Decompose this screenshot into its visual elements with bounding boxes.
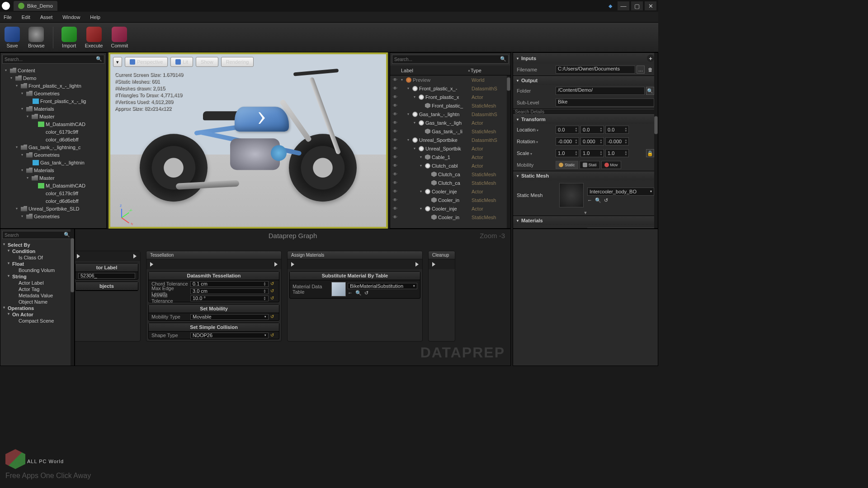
selectby-item[interactable]: ▾String xyxy=(0,273,74,280)
selectby-search-input[interactable] xyxy=(5,233,64,238)
outliner-type-col[interactable]: Type xyxy=(471,68,507,73)
transform-input[interactable]: 0.0▲▼ xyxy=(556,126,579,134)
outliner-row[interactable]: 👁Clutch_caStaticMesh xyxy=(399,170,510,178)
selectby-item[interactable]: ▾Condition xyxy=(0,248,74,254)
tree-item[interactable]: ▾Demo xyxy=(0,74,106,82)
tree-item[interactable]: M_DatasmithCAD xyxy=(0,120,106,128)
tree-item[interactable]: color_6179c9ff xyxy=(0,189,106,197)
transform-input[interactable]: -0.000▲▼ xyxy=(556,137,579,145)
transform-input[interactable]: 0.0▲▼ xyxy=(580,126,604,134)
outliner-row[interactable]: 👁▾Cooler_injeActor xyxy=(399,187,510,196)
graph-node-cleanup[interactable]: Cleanup xyxy=(428,251,455,342)
execute-button[interactable]: Execute xyxy=(85,27,103,48)
selectby-search[interactable]: 🔍 xyxy=(2,231,72,239)
datatable-thumbnail-icon[interactable] xyxy=(331,282,346,296)
menu-window[interactable]: Window xyxy=(62,14,80,20)
menu-edit[interactable]: Edit xyxy=(22,14,30,20)
mobility-stati-button[interactable]: Stati xyxy=(580,161,600,169)
sublevel-input[interactable]: Bike xyxy=(556,99,654,107)
browse-asset-icon[interactable]: 🔍 xyxy=(355,290,362,296)
reset-param-icon[interactable]: ↺ xyxy=(270,296,276,301)
visibility-eye-icon[interactable]: 👁 xyxy=(393,146,400,151)
transform-input[interactable]: 0.0▲▼ xyxy=(605,126,629,134)
param-input[interactable]: 10.0 °▲▼ xyxy=(190,296,269,301)
param-input[interactable]: Movable▾ xyxy=(190,314,269,320)
material-table-dropdown[interactable]: BikeMaterialSubstitution▾ xyxy=(348,283,417,289)
lit-button[interactable]: Lit xyxy=(170,57,193,67)
graph-node-assign-materials[interactable]: Assign Materials Substitute Material By … xyxy=(287,251,423,342)
lock-scale-button[interactable]: 🔒 xyxy=(646,149,654,157)
static-mesh-thumbnail[interactable] xyxy=(559,183,584,207)
menu-help[interactable]: Help xyxy=(90,14,100,20)
outliner-header[interactable]: Label ▲ Type xyxy=(390,66,510,75)
materials-section-header[interactable]: ▾Materials xyxy=(513,216,658,225)
outliner-row[interactable]: 👁▾Gas_tank_-_lightnDatasmithS xyxy=(399,110,510,118)
filename-input[interactable]: C:/Users/Owner/Documents xyxy=(556,66,635,74)
browse-path-button[interactable]: … xyxy=(637,66,645,74)
dataprep-graph-panel[interactable]: Dataprep Graph Zoom -3 DATAPREP tor Labe… xyxy=(75,229,511,366)
outliner-row[interactable]: 👁Clutch_caStaticMesh xyxy=(399,178,510,187)
visibility-eye-icon[interactable]: 👁 xyxy=(393,206,400,211)
tree-item[interactable]: color_d6d6ebff xyxy=(0,197,106,205)
tree-item[interactable]: ▾Geometries xyxy=(0,151,106,159)
outliner-row[interactable]: 👁▾Unreal_SportbikActor xyxy=(399,144,510,153)
selectby-item[interactable]: Object Name xyxy=(0,299,74,305)
outliner-row[interactable]: 👁Cooler_inStaticMesh xyxy=(399,196,510,204)
selectby-item[interactable]: ▾On Actor xyxy=(0,311,74,318)
selectby-item[interactable]: Compact Scene xyxy=(0,318,74,324)
rendering-button[interactable]: Rendering xyxy=(221,57,254,67)
static-mesh-dropdown[interactable]: Intercooler_body_BO▾ xyxy=(587,188,654,196)
content-search-input[interactable] xyxy=(5,57,96,62)
selectby-item[interactable]: Is Class Of xyxy=(0,254,74,261)
minimize-button[interactable]: — xyxy=(618,1,629,10)
visibility-eye-icon[interactable]: 👁 xyxy=(393,137,400,142)
reset-asset-icon[interactable]: ↺ xyxy=(364,290,368,296)
reset-param-icon[interactable]: ↺ xyxy=(270,288,276,294)
outliner-row[interactable]: 👁▾Cooler_injeActor xyxy=(399,204,510,213)
static-mesh-section-header[interactable]: ▾Static Mesh xyxy=(513,171,658,180)
visibility-eye-icon[interactable]: 👁 xyxy=(393,94,400,99)
outliner-row[interactable]: 👁▾Front_plastic_x_-DatasmithS xyxy=(399,84,510,93)
window-tab[interactable]: Bike_Demo xyxy=(14,1,57,11)
use-selected-icon[interactable]: ← xyxy=(348,290,353,296)
tree-item[interactable]: color_6179c9ff xyxy=(0,128,106,136)
param-input[interactable]: NDOP26▾ xyxy=(190,333,269,338)
transform-section-header[interactable]: ▾Transform xyxy=(513,115,658,124)
mobility-static-button[interactable]: Static xyxy=(556,161,578,169)
visibility-eye-icon[interactable]: 👁 xyxy=(393,215,400,220)
visibility-eye-icon[interactable]: 👁 xyxy=(393,120,400,125)
outliner-search-input[interactable] xyxy=(394,57,500,62)
outliner-row[interactable]: 👁Gas_tank_-_liStaticMesh xyxy=(399,127,510,136)
commit-button[interactable]: Commit xyxy=(111,27,128,48)
material-dropdown[interactable]: color_333333ff▾ xyxy=(587,228,654,229)
reset-asset-icon[interactable]: ↺ xyxy=(604,197,608,203)
selectby-item[interactable]: Actor Label xyxy=(0,280,74,286)
outliner-row[interactable]: 👁▾Clutch_cablActor xyxy=(399,161,510,170)
outliner-row[interactable]: 👁▾Cable_1Actor xyxy=(399,153,510,161)
tree-item[interactable]: ▾Geometries xyxy=(0,212,106,220)
tree-item[interactable]: ▾Master xyxy=(0,113,106,120)
selectby-item[interactable]: Actor Tag xyxy=(0,286,74,292)
tree-item[interactable]: ▾Content xyxy=(0,66,106,74)
expand-icon[interactable]: ▼ xyxy=(513,210,658,216)
content-search[interactable]: 🔍 xyxy=(2,55,104,64)
tree-item[interactable]: Gas_tank_-_lightnin xyxy=(0,159,106,166)
selectby-item[interactable]: Metadata Value xyxy=(0,292,74,299)
tree-item[interactable]: ▾Materials xyxy=(0,166,106,174)
browse-button[interactable]: Browse xyxy=(28,27,45,48)
browse-asset-icon[interactable]: 🔍 xyxy=(595,197,601,203)
visibility-eye-icon[interactable]: 👁 xyxy=(393,86,400,91)
transform-input[interactable]: 1.0▲▼ xyxy=(556,149,579,157)
menu-asset[interactable]: Asset xyxy=(40,14,53,20)
outliner-row[interactable]: 👁▾PreviewWorld xyxy=(399,75,510,84)
selectby-item[interactable]: ▾Select By xyxy=(0,242,74,248)
tree-item[interactable]: ▾Front_plastic_x_-_lightn xyxy=(0,82,106,89)
tree-item[interactable]: color_d6d6ebff xyxy=(0,136,106,143)
menu-file[interactable]: File xyxy=(4,14,12,20)
graph-node-tessellation[interactable]: Tessellation Datasmith TessellationChord… xyxy=(146,251,282,342)
outliner-row[interactable]: 👁▾Gas_tank_-_lighActor xyxy=(399,118,510,127)
visibility-eye-icon[interactable]: 👁 xyxy=(393,155,400,160)
visibility-eye-icon[interactable]: 👁 xyxy=(393,189,400,194)
tree-item[interactable]: ▾Gas_tank_-_lightning_c xyxy=(0,143,106,151)
import-button[interactable]: Import xyxy=(61,27,77,48)
